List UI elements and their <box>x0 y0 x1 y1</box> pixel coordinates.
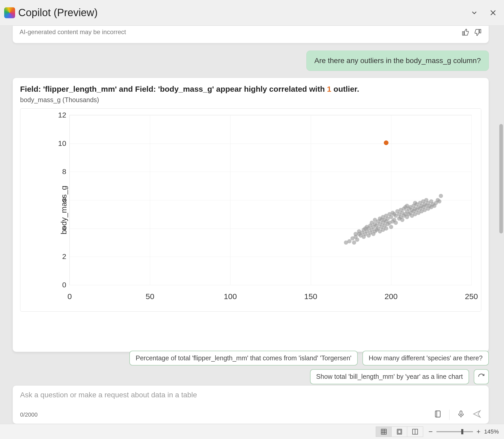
send-icon[interactable] <box>472 410 481 420</box>
outlier-point <box>384 140 388 145</box>
app-title: Copilot (Preview) <box>18 7 98 18</box>
view-page-layout-button[interactable] <box>392 427 407 437</box>
x-tick: 150 <box>304 292 317 301</box>
suggestion-pill[interactable]: Percentage of total 'flipper_length_mm' … <box>129 351 358 366</box>
x-tick: 250 <box>465 292 478 301</box>
y-tick: 4 <box>52 224 66 233</box>
svg-rect-2 <box>435 411 440 417</box>
suggestion-pill[interactable]: Show total 'bill_length_mm' by 'year' as… <box>310 369 469 384</box>
disclaimer-text: AI-generated content may be incorrect <box>20 28 126 36</box>
scatter-chart: body_mass_g 024681012050100150200250 <box>20 108 481 312</box>
data-point <box>384 226 388 231</box>
view-page-break-button[interactable] <box>407 427 423 437</box>
prompt-input[interactable] <box>20 391 481 399</box>
view-switcher <box>376 426 423 437</box>
data-point <box>400 218 404 222</box>
separator <box>449 410 450 420</box>
zoom-out-button[interactable]: − <box>428 428 433 436</box>
data-point <box>439 194 443 198</box>
data-point <box>394 221 398 225</box>
zoom-level[interactable]: 145% <box>484 428 499 435</box>
collapse-icon[interactable] <box>470 8 479 17</box>
y-tick: 2 <box>52 252 66 261</box>
assistant-disclaimer-card: AI-generated content may be incorrect <box>13 26 489 43</box>
zoom-control: − + 145% <box>428 428 499 436</box>
data-point <box>437 199 441 203</box>
user-message-bubble: Are there any outliers in the body_mass_… <box>306 51 489 71</box>
book-icon[interactable] <box>434 410 442 420</box>
refresh-suggestions-button[interactable] <box>474 369 489 384</box>
svg-rect-6 <box>381 429 386 434</box>
copilot-logo-icon <box>4 7 15 18</box>
x-tick: 50 <box>146 292 154 301</box>
y-tick: 10 <box>52 139 66 148</box>
data-point <box>389 225 393 229</box>
zoom-slider[interactable] <box>436 431 473 432</box>
zoom-in-button[interactable]: + <box>477 428 481 436</box>
x-tick: 200 <box>385 292 398 301</box>
thumbs-down-icon[interactable] <box>474 28 482 38</box>
y-tick: 6 <box>52 196 66 204</box>
x-tick: 100 <box>224 292 237 301</box>
user-message-text: Are there any outliers in the body_mass_… <box>314 57 481 65</box>
thumbs-up-icon[interactable] <box>462 28 469 38</box>
title-bar: Copilot (Preview) <box>0 0 504 26</box>
plot-area <box>69 115 472 285</box>
microphone-icon[interactable] <box>457 410 465 420</box>
status-bar: − + 145% <box>0 424 504 439</box>
close-icon[interactable] <box>488 8 498 17</box>
char-counter: 0/2000 <box>20 411 38 418</box>
answer-subtitle: body_mass_g (Thousands) <box>20 96 481 104</box>
data-point <box>355 238 359 242</box>
chat-workspace: AI-generated content may be incorrect Ar… <box>5 26 503 424</box>
answer-headline: Field: 'flipper_length_mm' and Field: 'b… <box>20 85 481 94</box>
view-normal-button[interactable] <box>376 427 392 437</box>
svg-rect-4 <box>460 411 462 415</box>
svg-rect-12 <box>398 430 401 433</box>
x-tick: 0 <box>68 292 72 301</box>
suggestion-group: Percentage of total 'flipper_length_mm' … <box>129 351 489 384</box>
prompt-composer: 0/2000 <box>13 385 489 424</box>
suggestion-pill[interactable]: How many different 'species' are there? <box>362 351 489 366</box>
y-tick: 8 <box>52 168 66 176</box>
y-tick: 0 <box>52 281 66 289</box>
scrollbar-thumb[interactable] <box>499 124 503 233</box>
assistant-answer-card: Field: 'flipper_length_mm' and Field: 'b… <box>13 78 489 352</box>
y-tick: 12 <box>52 111 66 119</box>
